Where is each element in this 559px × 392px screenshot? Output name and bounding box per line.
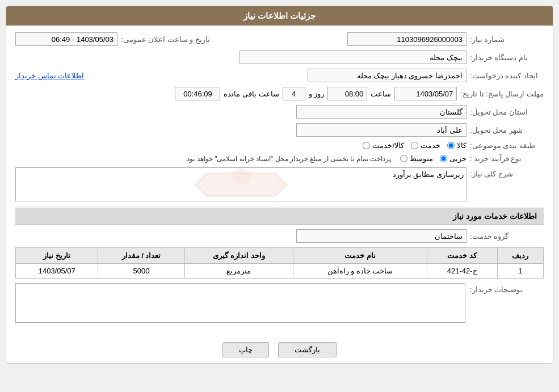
send-deadline-date-input: [394, 87, 457, 100]
process-medium-label: متوسط: [410, 154, 433, 163]
requester-contact-link[interactable]: اطلاعات تماس خریدار: [15, 71, 84, 80]
process-medium-radio[interactable]: [400, 155, 407, 162]
send-deadline-time-label: ساعت: [371, 90, 391, 98]
send-deadline-label: مهلت ارسال پاسخ: تا تاریخ:: [460, 90, 544, 98]
send-deadline-days-input: [283, 87, 305, 100]
need-description-textarea[interactable]: [15, 167, 466, 201]
category-both-label: کالا/خدمت: [372, 141, 404, 150]
buyer-notes-textarea[interactable]: [15, 283, 465, 323]
need-description-label: شرح کلی نیاز:: [470, 167, 544, 178]
process-type-radio-group: جزیی متوسط: [400, 154, 466, 163]
services-table-section: ردیف کد خدمت نام خدمت واحد اندازه گیری ت…: [15, 247, 544, 279]
buyer-notes-label: توضیحات خریدار:: [470, 283, 544, 294]
category-goods-radio[interactable]: [447, 142, 455, 149]
category-service-label: خدمت: [421, 141, 440, 150]
back-button[interactable]: بازگشت: [278, 342, 337, 357]
table-row: 1ج-42-421ساخت جاده و راه‌آهنمترمربع50001…: [16, 264, 544, 279]
category-both[interactable]: کالا/خدمت: [363, 141, 404, 150]
category-label: طبقه بندی موضوعی:: [470, 141, 544, 150]
category-goods[interactable]: کالا: [447, 141, 466, 150]
col-row-number: ردیف: [497, 248, 544, 264]
buyer-station-label: نام دستگاه خریدار:: [470, 53, 544, 62]
requester-input: [308, 69, 466, 82]
col-service-name: نام خدمت: [293, 248, 427, 264]
process-type-note: پرداخت تمام یا بخشی از مبلغ خریداز محل "…: [185, 155, 391, 163]
announcement-label: تاریخ و ساعت اعلان عمومی:: [121, 35, 210, 44]
category-goods-label: کالا: [457, 141, 466, 150]
col-unit: واحد اندازه گیری: [184, 248, 293, 264]
process-type-label: نوع فرآیند خرید :: [470, 154, 544, 163]
process-medium[interactable]: متوسط: [400, 154, 433, 163]
province-input: [296, 105, 466, 119]
process-partial[interactable]: جزیی: [440, 154, 466, 163]
send-deadline-time-input: [327, 87, 367, 100]
process-partial-radio[interactable]: [440, 155, 447, 162]
button-row: بازگشت چاپ: [6, 342, 553, 363]
print-button[interactable]: چاپ: [222, 342, 269, 357]
service-group-input: [296, 229, 466, 243]
col-date: تاریخ نیاز: [16, 248, 98, 264]
need-number-label: شماره نیاز:: [470, 35, 544, 44]
buyer-station-input: [239, 50, 466, 64]
send-deadline-days-label: روز و: [309, 90, 325, 98]
requester-label: ایجاد کننده درخواست:: [470, 71, 544, 80]
category-service-radio[interactable]: [411, 142, 418, 149]
col-service-code: کد خدمت: [427, 248, 497, 264]
category-both-radio[interactable]: [363, 142, 370, 149]
services-table: ردیف کد خدمت نام خدمت واحد اندازه گیری ت…: [15, 247, 544, 279]
announcement-input: [15, 32, 117, 46]
need-number-input: [347, 32, 466, 46]
col-quantity: تعداد / مقدار: [98, 248, 184, 264]
services-section-header: اطلاعات خدمات مورد نیاز: [15, 208, 544, 225]
send-deadline-remaining-label: ساعت باقی مانده: [224, 90, 279, 98]
page-title: جزئیات اطلاعات نیاز: [6, 6, 553, 26]
province-label: استان محل تحویل:: [470, 108, 544, 116]
city-label: شهر محل تحویل:: [470, 126, 544, 134]
service-group-label: گروه خدمت:: [470, 232, 544, 241]
send-deadline-remaining-input: [175, 87, 220, 100]
city-input: [296, 123, 466, 137]
category-radio-group: کالا خدمت کالا/خدمت: [363, 141, 466, 150]
category-service[interactable]: خدمت: [411, 141, 440, 150]
process-partial-label: جزیی: [449, 154, 466, 163]
